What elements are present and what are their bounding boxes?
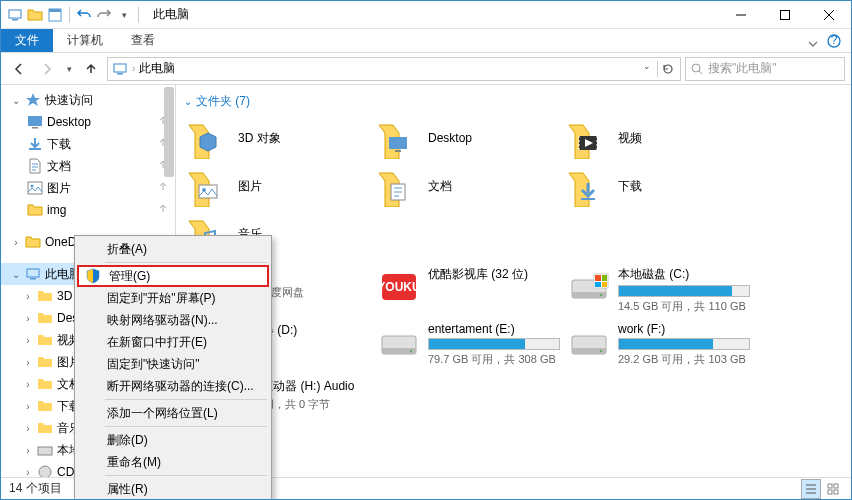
item-count: 14 个项目 (9, 480, 62, 497)
svg-rect-0 (9, 10, 21, 18)
maximize-button[interactable] (763, 1, 807, 29)
folder-label: 文档 (428, 178, 452, 195)
drive-name: 优酷影视库 (32 位) (428, 266, 560, 283)
folders-header[interactable]: ⌄文件夹 (7) (184, 89, 843, 114)
drive-free-text: 14.5 GB 可用，共 110 GB (618, 299, 750, 314)
drive-usage-bar (428, 338, 560, 350)
svg-rect-10 (28, 116, 42, 126)
svg-rect-22 (395, 150, 401, 152)
drive-icon (568, 322, 610, 364)
svg-rect-11 (32, 127, 38, 129)
address-bar[interactable]: › 此电脑 ⌄ (107, 57, 681, 81)
svg-rect-40 (602, 282, 607, 287)
folder-label: 图片 (238, 178, 262, 195)
drive-item[interactable]: entertament (E:)79.7 GB 可用，共 308 GB (374, 318, 564, 374)
svg-rect-54 (834, 484, 838, 488)
folder-icon (188, 117, 230, 159)
folder-label: 3D 对象 (238, 130, 281, 147)
drive-item[interactable]: work (F:)29.2 GB 可用，共 103 GB (564, 318, 754, 374)
close-button[interactable] (807, 1, 851, 29)
folder-label: Desktop (428, 131, 472, 145)
sidebar-qa-docs[interactable]: 文档 (1, 155, 175, 177)
ribbon: 文件 计算机 查看 ? (1, 29, 851, 53)
folder-item[interactable]: 视频 (564, 114, 754, 162)
chevron-down-icon: ⌄ (9, 267, 23, 281)
ctx-manage[interactable]: 管理(G) (77, 265, 269, 287)
folder-item[interactable]: 3D 对象 (184, 114, 374, 162)
search-icon (690, 62, 704, 76)
drive-icon: YOUKU (378, 266, 420, 308)
sidebar-qa-downloads[interactable]: 下载 (1, 133, 175, 155)
sidebar-qa-desktop[interactable]: Desktop (1, 111, 175, 133)
folder-item[interactable]: 图片 (184, 162, 374, 210)
ctx-pin-qa[interactable]: 固定到"快速访问" (77, 353, 269, 375)
svg-rect-1 (12, 19, 18, 21)
up-button[interactable] (79, 57, 103, 81)
search-input[interactable]: 搜索"此电脑" (685, 57, 845, 81)
pc-icon (112, 61, 128, 77)
context-menu: 折叠(A) 管理(G) 固定到"开始"屏幕(P) 映射网络驱动器(N)... 在… (74, 235, 272, 500)
tab-view[interactable]: 查看 (117, 29, 169, 52)
refresh-icon[interactable] (660, 61, 676, 77)
svg-rect-15 (30, 278, 36, 280)
svg-point-35 (600, 294, 602, 296)
dropdown-icon[interactable]: ▾ (116, 7, 132, 23)
svg-rect-8 (117, 73, 123, 75)
sidebar-qa-pics[interactable]: 图片 (1, 177, 175, 199)
svg-rect-14 (27, 269, 39, 277)
ctx-properties[interactable]: 属性(R) (77, 478, 269, 500)
pc-icon (7, 7, 23, 23)
chevron-right-icon: › (9, 235, 23, 249)
view-tiles-icon[interactable] (823, 479, 843, 499)
drive-free-text: 29.2 GB 可用，共 103 GB (618, 352, 750, 367)
sidebar-qa-img[interactable]: img (1, 199, 175, 221)
svg-rect-16 (38, 447, 52, 455)
redo-icon[interactable] (96, 7, 112, 23)
tab-computer[interactable]: 计算机 (53, 29, 117, 52)
minimize-button[interactable] (719, 1, 763, 29)
ctx-rename[interactable]: 重命名(M) (77, 451, 269, 473)
folder-icon (188, 165, 230, 207)
drive-name: entertament (E:) (428, 322, 560, 336)
ctx-delete[interactable]: 删除(D) (77, 429, 269, 451)
view-details-icon[interactable] (801, 479, 821, 499)
svg-rect-12 (28, 182, 42, 194)
drive-item[interactable]: 本地磁盘 (C:)14.5 GB 可用，共 110 GB (564, 262, 754, 318)
back-button[interactable] (7, 57, 31, 81)
svg-rect-53 (828, 484, 832, 488)
ctx-collapse[interactable]: 折叠(A) (77, 238, 269, 260)
folder-icon[interactable] (27, 7, 43, 23)
ribbon-toggle[interactable]: ? (797, 29, 851, 52)
folder-item[interactable]: 下载 (564, 162, 754, 210)
tab-file[interactable]: 文件 (1, 29, 53, 52)
addr-dropdown-icon[interactable]: ⌄ (639, 61, 655, 77)
ctx-map-drive[interactable]: 映射网络驱动器(N)... (77, 309, 269, 331)
drive-name: work (F:) (618, 322, 750, 336)
address-text: 此电脑 (139, 60, 175, 77)
folder-item[interactable]: 文档 (374, 162, 564, 210)
recent-dropdown[interactable]: ▾ (63, 57, 75, 81)
props-icon[interactable] (47, 7, 63, 23)
undo-icon[interactable] (76, 7, 92, 23)
folder-label: 下载 (618, 178, 642, 195)
folder-icon (568, 165, 610, 207)
ctx-disconnect[interactable]: 断开网络驱动器的连接(C)... (77, 375, 269, 397)
svg-point-13 (31, 185, 34, 188)
drive-usage-bar (618, 338, 750, 350)
folder-icon (378, 165, 420, 207)
scrollbar-thumb[interactable] (164, 87, 174, 177)
svg-rect-4 (781, 10, 790, 19)
ctx-pin-start[interactable]: 固定到"开始"屏幕(P) (77, 287, 269, 309)
drive-usage-bar (618, 285, 750, 297)
folder-item[interactable]: Desktop (374, 114, 564, 162)
forward-button[interactable] (35, 57, 59, 81)
chevron-down-icon[interactable]: ⌄ (9, 93, 23, 107)
window-title: 此电脑 (153, 6, 189, 23)
sidebar-quickaccess[interactable]: ⌄ 快速访问 (1, 89, 175, 111)
svg-rect-21 (389, 137, 407, 149)
drive-item[interactable]: YOUKU优酷影视库 (32 位) (374, 262, 564, 318)
svg-rect-38 (602, 275, 607, 281)
ctx-add-location[interactable]: 添加一个网络位置(L) (77, 402, 269, 424)
ctx-new-window[interactable]: 在新窗口中打开(E) (77, 331, 269, 353)
svg-point-9 (692, 64, 700, 72)
